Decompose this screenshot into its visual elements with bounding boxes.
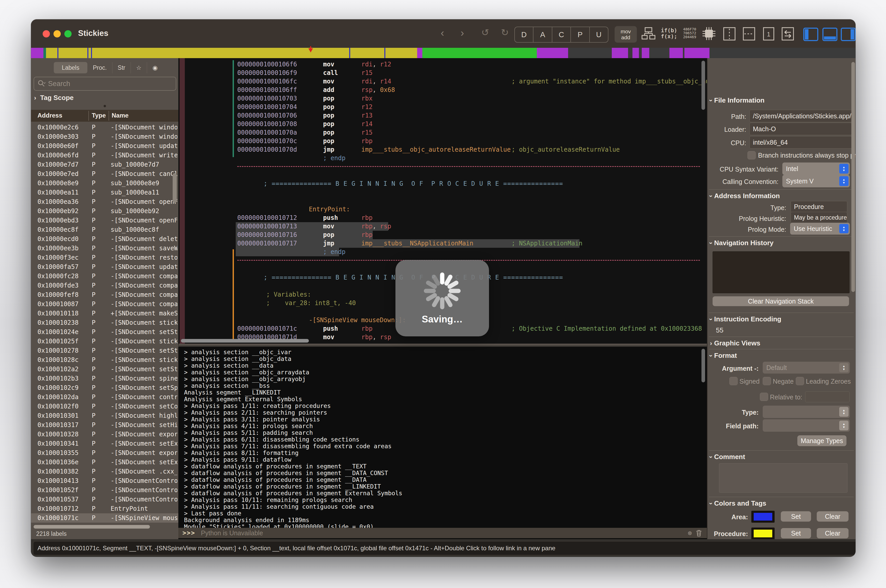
section-colors-and-tags[interactable]: ›Colors and Tags bbox=[710, 500, 766, 507]
table-row[interactable]: 0x10000ec8fPsub_10000ec8f bbox=[31, 225, 178, 234]
table-row[interactable]: 0x10001052fP-[SNDocumentContro bbox=[31, 485, 178, 495]
control-flow-graph-button[interactable] bbox=[641, 26, 656, 42]
table-row[interactable]: 0x10000e7edP-[SNDocument canCl bbox=[31, 169, 178, 178]
table-row[interactable]: 0x10000f3ecP-[SNDocument resto bbox=[31, 253, 178, 262]
asm-line[interactable]: 0000000100010704popr12 bbox=[178, 103, 707, 111]
console-vertical-scrollbar[interactable] bbox=[701, 349, 705, 382]
navigation-history-list[interactable] bbox=[713, 251, 850, 293]
section-address-information[interactable]: ›Address Information bbox=[710, 192, 780, 200]
split-vertical-button[interactable] bbox=[723, 27, 736, 42]
forward-button[interactable]: › bbox=[461, 27, 464, 39]
search-input[interactable]: Search bbox=[34, 77, 176, 91]
table-row[interactable]: 0x10000e2c6P-[SNDocument windo bbox=[31, 123, 178, 132]
table-row[interactable]: 0x100010238P-[SNDocument stick bbox=[31, 318, 178, 327]
table-row[interactable]: 0x10000fef8P-[SNDocument compa bbox=[31, 290, 178, 299]
close-window-button[interactable] bbox=[43, 30, 50, 38]
asm-line[interactable]: ; endp bbox=[178, 248, 707, 256]
table-row[interactable]: 0x100010328P-[SNDocument expor bbox=[31, 430, 178, 439]
asm-line[interactable]: 0000000100010706popr13 bbox=[178, 111, 707, 120]
pseudo-code-button[interactable]: if(b) f(x); bbox=[661, 28, 677, 39]
inspector-vertical-scrollbar[interactable] bbox=[851, 62, 855, 292]
format-type-select[interactable]: ▲▼ bbox=[763, 406, 850, 418]
tab-strings[interactable]: Str bbox=[113, 62, 131, 74]
asm-line[interactable]: 000000010001070cpoprbp bbox=[178, 137, 707, 146]
table-row[interactable]: 0x10000e7d7Psub_10000e7d7 bbox=[31, 160, 178, 169]
table-row[interactable]: 0x1000102daP-[SNDocument contr bbox=[31, 392, 178, 402]
asm-line[interactable] bbox=[178, 196, 707, 205]
table-row[interactable]: 0x10000e303P-[SNDocument windo bbox=[31, 132, 178, 141]
asm-line[interactable]: 00000001000106fcmovrdi, r14; argument "i… bbox=[178, 77, 707, 86]
asm-line[interactable]: ; endp bbox=[178, 154, 707, 162]
table-row[interactable]: 0x10000ecd0P-[SNDocument delet bbox=[31, 234, 178, 244]
cpu-syntax-select[interactable]: Intel ▲▼ bbox=[782, 162, 850, 175]
table-row[interactable]: 0x1000102a2P-[SNDocument setSt bbox=[31, 364, 178, 374]
table-row[interactable]: 0x10001028cP-[SNDocument stick bbox=[31, 355, 178, 364]
comment-textarea[interactable] bbox=[719, 463, 847, 493]
zoom-window-button[interactable] bbox=[65, 30, 72, 38]
column-address[interactable]: Address bbox=[38, 112, 62, 119]
table-row[interactable]: 0x10000ea11Psub_10000ea11 bbox=[31, 188, 178, 197]
field-path-select[interactable]: ▲▼ bbox=[763, 419, 850, 432]
asm-line[interactable] bbox=[178, 162, 707, 171]
asm-line[interactable]: 0000000100010703poprbx bbox=[178, 94, 707, 103]
relative-to-field[interactable] bbox=[805, 392, 850, 402]
table-row[interactable]: 0x10000eb92Psub_10000eb92 bbox=[31, 206, 178, 216]
leading-zeroes-checkbox[interactable] bbox=[796, 377, 804, 385]
table-row[interactable]: 0x100010382P-[SNDocument .cxx_ bbox=[31, 467, 178, 476]
table-row[interactable]: 0x100010355P-[SNDocument expor bbox=[31, 448, 178, 458]
branch-stop-checkbox[interactable] bbox=[748, 151, 756, 159]
modify-instruction-button[interactable]: mov add bbox=[615, 26, 637, 43]
asm-line[interactable] bbox=[178, 171, 707, 180]
asm-line[interactable]: 0000000100010708popr14 bbox=[178, 120, 707, 128]
manage-types-button[interactable]: Manage Types bbox=[797, 435, 847, 446]
segment-navigation-bar[interactable] bbox=[31, 48, 856, 58]
column-type[interactable]: Type bbox=[92, 112, 106, 119]
table-row[interactable]: 0x10001025fP-[SNDocument stick bbox=[31, 337, 178, 346]
python-prompt-bar[interactable]: >>> Python is Unavailable ⊗ bbox=[178, 528, 707, 538]
table-row[interactable]: 0x1000102b3P-[SNDocument spine bbox=[31, 374, 178, 383]
section-navigation-history[interactable]: ›Navigation History bbox=[710, 239, 773, 247]
procedure-color-well[interactable] bbox=[751, 528, 775, 539]
mode-procedure-button[interactable]: P bbox=[571, 27, 590, 42]
cpu-view-button[interactable] bbox=[701, 26, 717, 43]
asm-line[interactable]: 00000001000106f6movrdi, r12 bbox=[178, 60, 707, 69]
procedure-clear-button[interactable]: Clear bbox=[817, 528, 848, 538]
column-name[interactable]: Name bbox=[112, 112, 128, 119]
splitter-handle[interactable] bbox=[104, 105, 106, 107]
mode-disassembly-button[interactable]: D bbox=[515, 27, 533, 42]
relative-to-checkbox[interactable] bbox=[760, 393, 768, 401]
label-table-header[interactable]: Address Type Name bbox=[31, 110, 178, 122]
prolog-mode-select[interactable]: Use Heuristic ▲▼ bbox=[790, 223, 850, 235]
tab-labels[interactable]: Labels bbox=[54, 62, 87, 74]
sidebar-vertical-scrollbar[interactable] bbox=[173, 173, 177, 203]
code-vertical-scrollbar[interactable] bbox=[701, 61, 705, 110]
section-format[interactable]: ›Format bbox=[710, 352, 737, 360]
negate-checkbox[interactable] bbox=[763, 377, 771, 385]
cpu-field[interactable]: intel/x86_64 bbox=[749, 136, 852, 148]
code-horizontal-scrollbar[interactable] bbox=[181, 339, 309, 343]
split-horizontal-button[interactable] bbox=[742, 27, 756, 42]
single-pane-button[interactable]: 1 bbox=[762, 27, 775, 42]
table-row[interactable]: 0x100010413P-[SNDocumentContro bbox=[31, 476, 178, 485]
clear-console-icon[interactable]: ⊗ bbox=[688, 529, 692, 537]
log-console[interactable]: > analysis section __objc_ivar> analysis… bbox=[178, 345, 707, 540]
procedure-set-button[interactable]: Set bbox=[781, 528, 811, 538]
asm-line[interactable]: 00000001000106f9callr15 bbox=[178, 69, 707, 77]
redo-button[interactable]: ↻ bbox=[501, 27, 509, 38]
table-row[interactable]: 0x1000102c9P-[SNDocument setSp bbox=[31, 383, 178, 392]
toggle-left-sidebar-button[interactable] bbox=[803, 28, 818, 41]
mode-code-button[interactable]: C bbox=[552, 27, 571, 42]
table-row[interactable]: 0x100010712PEntryPoint bbox=[31, 504, 178, 513]
table-row[interactable]: 0x100010341P-[SNDocument setEx bbox=[31, 439, 178, 448]
mode-undefined-button[interactable]: U bbox=[590, 27, 608, 42]
hex-mode-button[interactable]: 486F70 706572 204469 bbox=[683, 27, 696, 39]
back-button[interactable]: ‹ bbox=[441, 27, 444, 39]
path-field[interactable]: /System/Applications/Stickies.app/( bbox=[749, 110, 852, 122]
calling-convention-select[interactable]: System V ▲▼ bbox=[782, 175, 850, 187]
table-row[interactable]: 0x100010301P-[SNDocument highl bbox=[31, 411, 178, 420]
asm-line[interactable]: 00000001000106ffaddrsp, 0x68 bbox=[178, 86, 707, 94]
table-row[interactable]: 0x10000ebd3P-[SNDocument openF bbox=[31, 216, 178, 225]
area-color-well[interactable] bbox=[751, 511, 775, 523]
table-row[interactable]: 0x100010537P-[SNDocumentContro bbox=[31, 495, 178, 504]
table-row[interactable]: 0x10000e8e9Psub_10000e8e9 bbox=[31, 178, 178, 188]
